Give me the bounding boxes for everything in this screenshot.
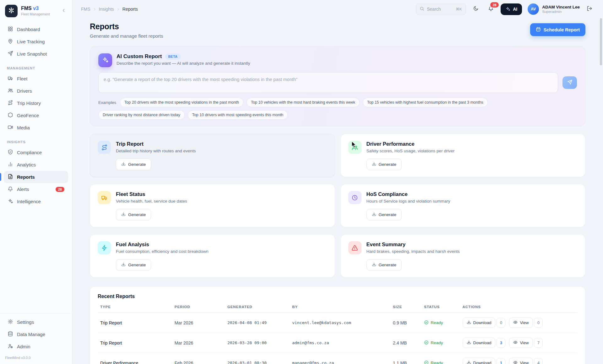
ai-examples-row: Examples Top 20 drivers with the most sp… xyxy=(98,98,577,120)
sidebar-item-analytics[interactable]: Analytics xyxy=(4,159,68,171)
sidebar-item-label: Fleet xyxy=(17,76,27,81)
sidebar-item-label: Trip History xyxy=(17,101,41,106)
sidebar-item-drivers[interactable]: Drivers xyxy=(4,85,68,97)
user-info: ADAM Vincent Lee Superadmin xyxy=(542,5,580,14)
report-size: 2.4 MB xyxy=(390,333,421,353)
report-card-hos-compliance[interactable]: HoS Compliance Hours of Service logs and… xyxy=(340,184,586,227)
sidebar-header: FMS v3 Fleet Management xyxy=(0,0,72,21)
page-subtitle: Generate and manage fleet reports xyxy=(90,33,163,39)
shield-check-icon xyxy=(8,149,13,156)
report-card-driver-performance[interactable]: Driver Performance Safety scores, HoS us… xyxy=(340,134,586,177)
report-card-trip-report[interactable]: Trip Report Detailed trip history with r… xyxy=(90,134,335,177)
sidebar-item-label: Drivers xyxy=(17,88,32,94)
report-type: Trip Report xyxy=(98,313,172,333)
report-card-desc: Vehicle health, fuel, service due dates xyxy=(116,199,327,204)
logout-button[interactable] xyxy=(584,4,595,14)
status-badge: Ready xyxy=(424,360,443,364)
schedule-report-button[interactable]: Schedule Report xyxy=(530,23,585,36)
download-count: 0 xyxy=(497,318,505,328)
app-version-footer: FleetMind v3.0.0 xyxy=(0,353,72,364)
sidebar-item-fleet[interactable]: Fleet xyxy=(4,73,68,85)
bell-icon xyxy=(8,186,13,193)
route-icon xyxy=(98,141,111,154)
logout-icon xyxy=(587,6,592,13)
sidebar-item-compliance[interactable]: Compliance xyxy=(4,146,68,159)
table-row: Trip Report Mar 2026 2026-03-28 09:00 ad… xyxy=(98,333,578,353)
generate-hos-compliance-button[interactable]: Generate xyxy=(367,209,402,220)
theme-toggle-button[interactable] xyxy=(470,4,481,14)
sidebar-item-reports[interactable]: Reports xyxy=(4,171,68,183)
main-area: FMS Insights Reports ⌘K 28 AI AV ADAM Vi… xyxy=(72,0,603,364)
generate-driver-performance-button[interactable]: Generate xyxy=(367,159,402,170)
generate-trip-report-button[interactable]: Generate xyxy=(116,159,151,170)
report-card-event-summary[interactable]: Event Summary Hard brakes, speeding, imp… xyxy=(340,234,586,278)
scrollbar-thumb[interactable] xyxy=(600,18,602,65)
user-menu[interactable]: AV ADAM Vincent Lee Superadmin xyxy=(528,3,580,15)
download-icon xyxy=(372,212,376,217)
table-row: Trip Report Mar 2026 2026-04-08 01:49 vi… xyxy=(98,313,578,333)
sidebar-item-intelligence[interactable]: Intelligence xyxy=(4,195,68,208)
ai-submit-button[interactable] xyxy=(562,76,577,89)
topbar: FMS Insights Reports ⌘K 28 AI AV ADAM Vi… xyxy=(72,0,603,18)
view-button[interactable]: View xyxy=(509,318,533,328)
sidebar-item-alerts[interactable]: Alerts28 xyxy=(4,183,68,195)
user-name: ADAM Vincent Lee xyxy=(542,5,580,9)
download-button[interactable]: Download xyxy=(463,358,496,364)
sidebar-item-geofence[interactable]: GeoFence xyxy=(4,109,68,122)
example-chip[interactable]: Top 10 vehicles with the most hard braki… xyxy=(247,98,360,107)
breadcrumb-insights[interactable]: Insights xyxy=(99,7,114,12)
sidebar-item-settings[interactable]: Settings xyxy=(4,316,68,328)
report-card-desc: Detailed trip history with routes and ev… xyxy=(116,149,327,153)
status-badge: Ready xyxy=(424,340,443,346)
brain-network-icon xyxy=(8,7,15,15)
examples-label: Examples xyxy=(98,100,116,105)
status-badge: Ready xyxy=(424,320,443,326)
example-chip[interactable]: Top 15 vehicles with highest fuel consum… xyxy=(363,98,488,107)
sidebar-item-live-snapshot[interactable]: Live Snapshot xyxy=(4,48,68,60)
ai-assistant-button[interactable]: AI xyxy=(501,3,522,15)
example-chip[interactable]: Driver ranking by most distance driven t… xyxy=(98,110,185,120)
users-icon xyxy=(348,141,361,154)
sidebar-item-dashboard[interactable]: Dashboard xyxy=(4,23,68,35)
moon-icon xyxy=(473,6,479,13)
example-chip[interactable]: Top 20 drivers with the most speeding vi… xyxy=(120,98,243,107)
sidebar-item-trip-history[interactable]: Trip History xyxy=(4,97,68,109)
report-by: manager@fms.co.za xyxy=(290,353,390,364)
generate-label: Generate xyxy=(128,263,146,267)
sidebar-item-data-manage[interactable]: Data Manage xyxy=(4,328,68,340)
report-card-fleet-status[interactable]: Fleet Status Vehicle health, fuel, servi… xyxy=(90,184,335,227)
sparkles-icon xyxy=(505,6,510,12)
sidebar-item-label: Reports xyxy=(17,174,35,180)
view-count: 4 xyxy=(534,358,543,364)
sidebar-collapse-button[interactable] xyxy=(59,7,68,15)
app-title-block: FMS v3 Fleet Management xyxy=(21,6,50,16)
sidebar-item-live-tracking[interactable]: Live Tracking xyxy=(4,35,68,48)
ai-prompt-input[interactable] xyxy=(98,72,558,93)
breadcrumb-reports: Reports xyxy=(122,7,138,12)
sidebar-item-media[interactable]: Media xyxy=(4,122,68,134)
search-icon xyxy=(420,6,424,12)
view-button[interactable]: View xyxy=(509,338,533,348)
sidebar-item-label: Media xyxy=(17,125,30,130)
generate-fuel-analysis-button[interactable]: Generate xyxy=(116,259,151,271)
download-button[interactable]: Download xyxy=(463,338,496,348)
notifications-button[interactable]: 28 xyxy=(486,4,496,14)
report-card-title: HoS Compliance xyxy=(367,191,578,197)
search-box[interactable]: ⌘K xyxy=(416,3,466,15)
download-icon xyxy=(467,320,471,325)
download-button[interactable]: Download xyxy=(463,318,496,328)
breadcrumb-fms[interactable]: FMS xyxy=(81,7,90,12)
view-button[interactable]: View xyxy=(509,358,533,364)
sidebar-item-admin[interactable]: Admin xyxy=(4,340,68,353)
section-label-insights: INSIGHTS xyxy=(7,140,65,144)
report-period: Mar 2026 xyxy=(172,333,225,353)
sidebar-item-label: Compliance xyxy=(17,150,42,155)
example-chip[interactable]: Top 10 drivers with most speeding events… xyxy=(188,110,288,120)
report-card-title: Fuel Analysis xyxy=(116,241,327,247)
generate-fleet-status-button[interactable]: Generate xyxy=(116,209,151,220)
app-name: FMS v3 xyxy=(21,6,50,11)
generate-event-summary-button[interactable]: Generate xyxy=(367,259,402,271)
report-card-fuel-analysis[interactable]: Fuel Analysis Fuel consumption, efficien… xyxy=(90,234,335,278)
search-input[interactable] xyxy=(427,7,453,12)
avatar: AV xyxy=(528,3,539,15)
